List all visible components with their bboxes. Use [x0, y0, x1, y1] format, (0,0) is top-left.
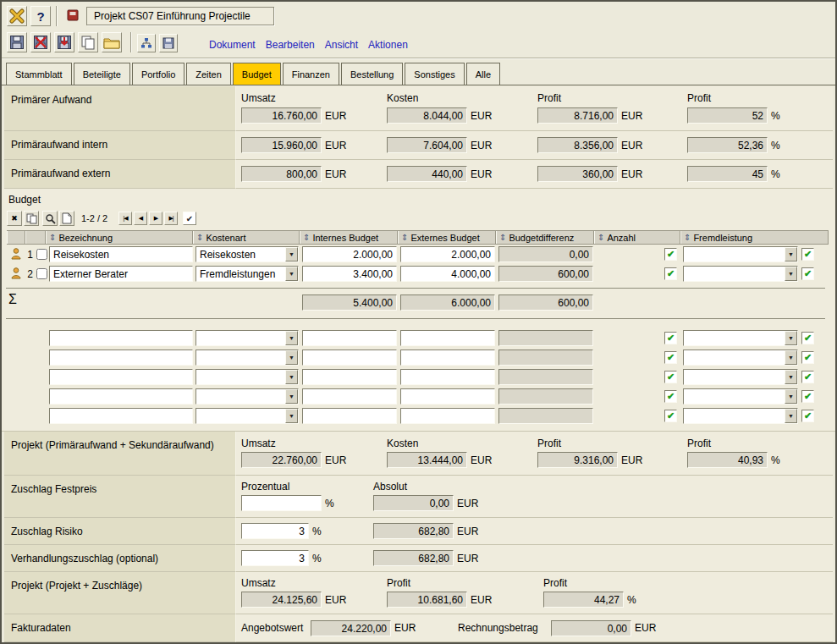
anzahl-confirm-button[interactable]: ✔ [664, 371, 677, 383]
header-cell-select[interactable] [25, 231, 46, 244]
fremdleistung-confirm-button[interactable]: ✔ [801, 351, 814, 364]
fremdleistung-dropdown[interactable]: ▼ [683, 388, 798, 405]
kostenart-dropdown[interactable]: ▼ [195, 350, 299, 366]
kostenart-dropdown[interactable]: ▼ [195, 408, 299, 424]
tab-bestellung[interactable]: Bestellung [341, 63, 403, 85]
person-icon[interactable] [11, 248, 21, 262]
table-copy-button[interactable] [24, 211, 39, 226]
kostenart-dropdown[interactable]: ▼ [195, 388, 299, 405]
header-cell-externes-budget[interactable]: ⇕ Externes Budget [398, 231, 496, 244]
table-search-button[interactable] [42, 211, 58, 226]
nav-next-button[interactable]: ▶ [149, 212, 162, 225]
tab-sonstiges[interactable]: Sonstiges [405, 63, 464, 85]
bezeichnung-input[interactable] [49, 266, 193, 282]
chevron-down-icon: ▼ [285, 247, 298, 261]
header-cell-anzahl[interactable]: ⇕ Anzahl [594, 231, 680, 244]
menu-aktionen[interactable]: Aktionen [368, 39, 408, 51]
header-cell-internes-budget[interactable]: ⇕ Internes Budget [300, 231, 398, 244]
fremdleistung-confirm-button[interactable]: ✔ [801, 390, 814, 403]
header-cell-kostenart[interactable]: ⇕ Kostenart [193, 231, 300, 244]
hierarchy-button[interactable] [137, 34, 156, 52]
save-view-button[interactable] [159, 34, 178, 52]
budgetdifferenz-field [498, 369, 593, 385]
select-all-button[interactable]: ✔ [183, 212, 196, 225]
fremdleistung-dropdown[interactable]: ▼ [683, 246, 798, 262]
menu-ansicht[interactable]: Ansicht [325, 39, 358, 51]
tab-portfolio[interactable]: Portfolio [132, 63, 184, 85]
menu-dokument[interactable]: Dokument [209, 39, 256, 51]
anzahl-confirm-button[interactable]: ✔ [664, 390, 677, 403]
row-checkbox[interactable] [36, 249, 47, 260]
internes-budget-input[interactable] [302, 408, 397, 424]
header-cell-bezeichnung[interactable]: ⇕ Bezeichnung [46, 231, 193, 244]
bezeichnung-input[interactable] [49, 330, 193, 346]
tab-beteiligte[interactable]: Beteiligte [74, 63, 130, 85]
anzahl-confirm-button[interactable]: ✔ [664, 332, 677, 344]
internes-budget-input[interactable] [302, 330, 397, 346]
person-icon[interactable] [11, 267, 21, 282]
bezeichnung-input[interactable] [49, 388, 193, 405]
fremdleistung-confirm-button[interactable]: ✔ [801, 371, 814, 383]
export-button[interactable] [54, 32, 74, 52]
externes-budget-input[interactable] [400, 266, 495, 282]
table-close-button[interactable]: ✖ [7, 211, 22, 226]
prozentual-input[interactable] [241, 550, 309, 566]
bezeichnung-input[interactable] [49, 408, 193, 424]
tab-budget[interactable]: Budget [233, 63, 281, 85]
externes-budget-input[interactable] [400, 388, 495, 405]
menu-bearbeiten[interactable]: Bearbeiten [266, 39, 315, 51]
header-cell-icon[interactable] [7, 231, 25, 244]
section-zuschlag-festpreis: Zuschlag Festpreis Prozentual Absolut % … [2, 476, 835, 518]
fremdleistung-dropdown[interactable]: ▼ [683, 330, 798, 346]
nav-prev-button[interactable]: ◀ [134, 212, 147, 225]
fremdleistung-dropdown[interactable]: ▼ [683, 408, 798, 424]
table-new-button[interactable] [59, 211, 74, 226]
prozentual-input[interactable] [241, 495, 322, 511]
anzahl-confirm-button[interactable]: ✔ [664, 267, 677, 280]
delete-button[interactable] [30, 32, 51, 52]
anzahl-confirm-button[interactable]: ✔ [664, 351, 677, 364]
bezeichnung-input[interactable] [49, 369, 193, 385]
tab-finanzen[interactable]: Finanzen [283, 63, 339, 85]
tab-alle[interactable]: Alle [466, 63, 500, 85]
save-button[interactable] [7, 32, 27, 52]
prozentual-input[interactable] [241, 523, 309, 539]
fremdleistung-dropdown[interactable]: ▼ [683, 369, 798, 385]
bezeichnung-input[interactable] [49, 350, 193, 366]
externes-budget-input[interactable] [400, 408, 495, 424]
kostenart-dropdown[interactable]: ▼ [195, 330, 299, 346]
anzahl-confirm-button[interactable]: ✔ [664, 410, 677, 422]
internes-budget-input[interactable] [302, 246, 397, 262]
fremdleistung-dropdown[interactable]: ▼ [683, 350, 798, 366]
row-checkbox[interactable] [36, 268, 47, 279]
internes-budget-input[interactable] [302, 266, 397, 282]
externes-budget-input[interactable] [400, 330, 495, 346]
tab-stammblatt[interactable]: Stammblatt [6, 63, 72, 85]
fremdleistung-confirm-button[interactable]: ✔ [801, 410, 814, 422]
tab-zeiten[interactable]: Zeiten [186, 63, 231, 85]
externes-budget-input[interactable] [400, 350, 495, 366]
kostenart-dropdown[interactable]: ▼ [195, 369, 299, 385]
internes-budget-input[interactable] [302, 369, 397, 385]
header-cell-fremdleistung[interactable]: ⇕ Fremdleistung [680, 231, 829, 244]
internes-budget-input[interactable] [302, 350, 397, 366]
fremdleistung-confirm-button[interactable]: ✔ [801, 332, 814, 344]
internes-budget-input[interactable] [302, 388, 397, 405]
bezeichnung-input[interactable] [49, 246, 193, 262]
close-button[interactable] [7, 6, 27, 26]
fremdleistung-dropdown[interactable]: ▼ [683, 266, 798, 282]
open-button[interactable] [102, 32, 122, 52]
header-cell-budgetdifferenz[interactable]: ⇕ Budgetdifferenz [496, 231, 594, 244]
nav-last-button[interactable]: ▶| [164, 212, 178, 225]
fremdleistung-confirm-button[interactable]: ✔ [801, 248, 814, 261]
externes-budget-input[interactable] [400, 246, 495, 262]
help-button[interactable]: ? [30, 6, 51, 26]
anzahl-confirm-button[interactable]: ✔ [664, 248, 677, 261]
kostenart-dropdown[interactable]: Reisekosten ▼ [195, 246, 299, 262]
copy-button[interactable] [78, 32, 98, 52]
fremdleistung-confirm-button[interactable]: ✔ [801, 267, 814, 280]
kostenart-dropdown[interactable]: Fremdleistungen ▼ [195, 266, 299, 282]
copy-icon [26, 213, 37, 224]
externes-budget-input[interactable] [400, 369, 495, 385]
nav-first-button[interactable]: |◀ [118, 212, 132, 225]
